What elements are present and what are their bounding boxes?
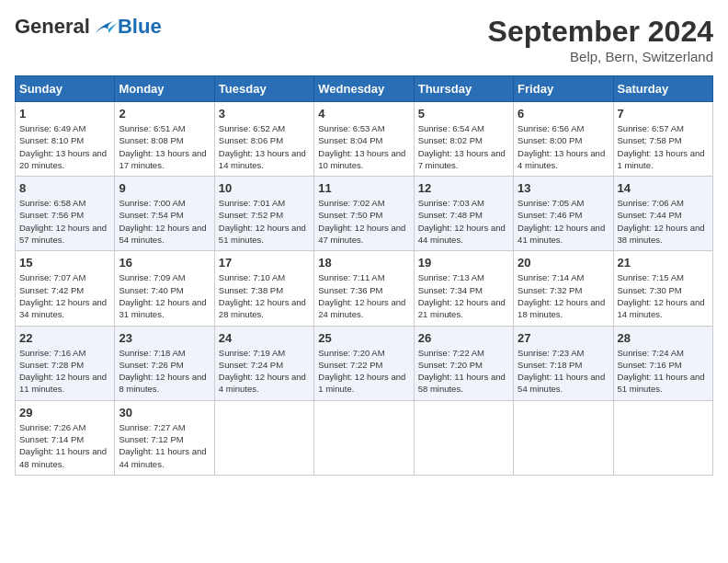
calendar-cell: 23Sunrise: 7:18 AMSunset: 7:26 PMDayligh… [115, 326, 214, 400]
calendar-cell: 26Sunrise: 7:22 AMSunset: 7:20 PMDayligh… [414, 326, 513, 400]
day-info: Sunrise: 7:19 AMSunset: 7:24 PMDaylight:… [219, 348, 306, 395]
day-info: Sunrise: 7:01 AMSunset: 7:52 PMDaylight:… [219, 198, 306, 245]
day-number: 2 [119, 107, 210, 121]
day-number: 29 [19, 406, 110, 419]
calendar-cell: 19Sunrise: 7:13 AMSunset: 7:34 PMDayligh… [414, 251, 513, 326]
day-number: 26 [418, 331, 509, 345]
calendar-table: SundayMondayTuesdayWednesdayThursdayFrid… [15, 75, 713, 476]
weekday-header-friday: Friday [514, 76, 613, 102]
calendar-cell: 5Sunrise: 6:54 AMSunset: 8:02 PMDaylight… [414, 102, 513, 177]
weekday-header-wednesday: Wednesday [314, 76, 414, 102]
day-info: Sunrise: 7:07 AMSunset: 7:42 PMDaylight:… [19, 272, 107, 319]
calendar-cell [514, 400, 613, 475]
day-info: Sunrise: 7:16 AMSunset: 7:28 PMDaylight:… [19, 348, 107, 395]
day-number: 21 [618, 256, 709, 270]
month-title: September 2024 [488, 15, 713, 49]
day-number: 15 [19, 256, 110, 270]
day-number: 9 [119, 181, 210, 195]
day-info: Sunrise: 7:11 AMSunset: 7:36 PMDaylight:… [318, 272, 405, 319]
day-info: Sunrise: 7:06 AMSunset: 7:44 PMDaylight:… [618, 198, 705, 245]
calendar-week-row: 22Sunrise: 7:16 AMSunset: 7:28 PMDayligh… [16, 326, 713, 400]
day-number: 25 [318, 331, 409, 345]
weekday-header-saturday: Saturday [613, 76, 712, 102]
day-info: Sunrise: 7:20 AMSunset: 7:22 PMDaylight:… [318, 348, 405, 395]
day-number: 8 [19, 181, 110, 195]
calendar-cell: 14Sunrise: 7:06 AMSunset: 7:44 PMDayligh… [613, 177, 712, 251]
calendar-cell: 27Sunrise: 7:23 AMSunset: 7:18 PMDayligh… [514, 326, 613, 400]
weekday-header-thursday: Thursday [414, 76, 513, 102]
calendar-week-row: 29Sunrise: 7:26 AMSunset: 7:14 PMDayligh… [16, 400, 713, 475]
day-info: Sunrise: 7:18 AMSunset: 7:26 PMDaylight:… [119, 348, 206, 395]
calendar-cell: 13Sunrise: 7:05 AMSunset: 7:46 PMDayligh… [514, 177, 613, 251]
day-info: Sunrise: 7:09 AMSunset: 7:40 PMDaylight:… [119, 272, 206, 319]
day-info: Sunrise: 6:51 AMSunset: 8:08 PMDaylight:… [119, 123, 206, 170]
day-number: 1 [19, 107, 110, 121]
day-number: 14 [618, 181, 709, 195]
day-info: Sunrise: 6:52 AMSunset: 8:06 PMDaylight:… [219, 123, 306, 170]
day-number: 19 [418, 256, 509, 270]
calendar-cell: 18Sunrise: 7:11 AMSunset: 7:36 PMDayligh… [314, 251, 414, 326]
logo: General Blue [15, 15, 162, 39]
calendar-cell: 24Sunrise: 7:19 AMSunset: 7:24 PMDayligh… [214, 326, 313, 400]
calendar-cell: 30Sunrise: 7:27 AMSunset: 7:12 PMDayligh… [115, 400, 214, 475]
day-number: 10 [219, 181, 310, 195]
day-info: Sunrise: 7:13 AMSunset: 7:34 PMDaylight:… [418, 272, 506, 319]
calendar-week-row: 15Sunrise: 7:07 AMSunset: 7:42 PMDayligh… [16, 251, 713, 326]
day-number: 30 [119, 406, 210, 419]
calendar-cell: 12Sunrise: 7:03 AMSunset: 7:48 PMDayligh… [414, 177, 513, 251]
calendar-cell: 4Sunrise: 6:53 AMSunset: 8:04 PMDaylight… [314, 102, 414, 177]
calendar-cell: 21Sunrise: 7:15 AMSunset: 7:30 PMDayligh… [613, 251, 712, 326]
title-block: September 2024 Belp, Bern, Switzerland [488, 15, 713, 64]
day-info: Sunrise: 7:22 AMSunset: 7:20 PMDaylight:… [418, 348, 506, 395]
logo-blue-text: Blue [118, 15, 162, 39]
calendar-cell: 10Sunrise: 7:01 AMSunset: 7:52 PMDayligh… [214, 177, 313, 251]
calendar-cell: 16Sunrise: 7:09 AMSunset: 7:40 PMDayligh… [115, 251, 214, 326]
calendar-cell [314, 400, 414, 475]
calendar-cell: 2Sunrise: 6:51 AMSunset: 8:08 PMDaylight… [115, 102, 214, 177]
calendar-cell: 11Sunrise: 7:02 AMSunset: 7:50 PMDayligh… [314, 177, 414, 251]
page-header: General Blue September 2024 Belp, Bern, … [15, 15, 713, 64]
calendar-cell: 22Sunrise: 7:16 AMSunset: 7:28 PMDayligh… [16, 326, 115, 400]
day-info: Sunrise: 7:26 AMSunset: 7:14 PMDaylight:… [19, 422, 107, 469]
day-info: Sunrise: 7:10 AMSunset: 7:38 PMDaylight:… [219, 272, 306, 319]
calendar-cell: 8Sunrise: 6:58 AMSunset: 7:56 PMDaylight… [16, 177, 115, 251]
day-number: 4 [318, 107, 409, 121]
day-info: Sunrise: 7:03 AMSunset: 7:48 PMDaylight:… [418, 198, 506, 245]
logo-bird-icon [92, 17, 118, 37]
calendar-cell: 7Sunrise: 6:57 AMSunset: 7:58 PMDaylight… [613, 102, 712, 177]
calendar-cell: 28Sunrise: 7:24 AMSunset: 7:16 PMDayligh… [613, 326, 712, 400]
weekday-header-sunday: Sunday [16, 76, 115, 102]
location-subtitle: Belp, Bern, Switzerland [488, 49, 713, 64]
day-number: 12 [418, 181, 509, 195]
day-info: Sunrise: 7:14 AMSunset: 7:32 PMDaylight:… [518, 272, 605, 319]
weekday-header-row: SundayMondayTuesdayWednesdayThursdayFrid… [16, 76, 713, 102]
calendar-week-row: 1Sunrise: 6:49 AMSunset: 8:10 PMDaylight… [16, 102, 713, 177]
weekday-header-tuesday: Tuesday [214, 76, 313, 102]
day-number: 27 [518, 331, 609, 345]
day-info: Sunrise: 7:00 AMSunset: 7:54 PMDaylight:… [119, 198, 206, 245]
day-number: 3 [219, 107, 310, 121]
day-info: Sunrise: 6:57 AMSunset: 7:58 PMDaylight:… [618, 123, 705, 170]
day-number: 5 [418, 107, 509, 121]
calendar-cell: 6Sunrise: 6:56 AMSunset: 8:00 PMDaylight… [514, 102, 613, 177]
day-number: 13 [518, 181, 609, 195]
calendar-cell [613, 400, 712, 475]
calendar-cell: 1Sunrise: 6:49 AMSunset: 8:10 PMDaylight… [16, 102, 115, 177]
day-number: 23 [119, 331, 210, 345]
day-number: 18 [318, 256, 409, 270]
day-info: Sunrise: 7:15 AMSunset: 7:30 PMDaylight:… [618, 272, 705, 319]
day-number: 16 [119, 256, 210, 270]
day-info: Sunrise: 6:53 AMSunset: 8:04 PMDaylight:… [318, 123, 405, 170]
calendar-cell: 15Sunrise: 7:07 AMSunset: 7:42 PMDayligh… [16, 251, 115, 326]
day-number: 28 [618, 331, 709, 345]
day-info: Sunrise: 7:24 AMSunset: 7:16 PMDaylight:… [618, 348, 705, 395]
day-number: 7 [618, 107, 709, 121]
day-info: Sunrise: 6:54 AMSunset: 8:02 PMDaylight:… [418, 123, 506, 170]
calendar-cell: 25Sunrise: 7:20 AMSunset: 7:22 PMDayligh… [314, 326, 414, 400]
calendar-cell: 17Sunrise: 7:10 AMSunset: 7:38 PMDayligh… [214, 251, 313, 326]
day-info: Sunrise: 7:05 AMSunset: 7:46 PMDaylight:… [518, 198, 605, 245]
calendar-cell [414, 400, 513, 475]
day-number: 24 [219, 331, 310, 345]
day-info: Sunrise: 6:56 AMSunset: 8:00 PMDaylight:… [518, 123, 605, 170]
calendar-cell: 20Sunrise: 7:14 AMSunset: 7:32 PMDayligh… [514, 251, 613, 326]
